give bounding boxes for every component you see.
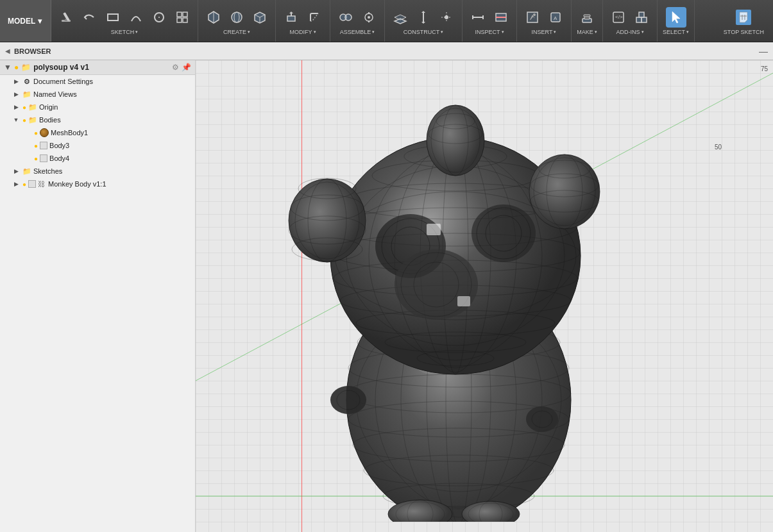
svg-point-22: [345, 14, 352, 21]
svg-point-130: [330, 386, 366, 414]
sketch-icon-circle[interactable]: [149, 7, 169, 28]
inspect-label[interactable]: INSPECT ▾: [475, 29, 504, 35]
named-views-label: Named Views: [33, 90, 77, 98]
browser-expand-icon[interactable]: ◀: [5, 47, 10, 54]
body4-box-icon: [40, 154, 47, 162]
addins-icon-plugins[interactable]: [631, 7, 652, 28]
tree-item-body4[interactable]: ● Body4: [0, 152, 195, 165]
modify-label[interactable]: MODIFY ▾: [290, 29, 316, 35]
tree-item-origin[interactable]: ▶ ● 📁 Origin: [0, 101, 195, 113]
construct-icon-plane[interactable]: [390, 7, 411, 28]
toolbar-group-addins: </> ADD-INS ▾: [603, 0, 658, 42]
model-3d-view[interactable]: [273, 73, 645, 522]
bodies-icon: 📁: [28, 115, 37, 124]
inspect-icon-section[interactable]: [491, 7, 511, 28]
model-arrow: ▾: [38, 17, 42, 26]
origin-label: Origin: [39, 103, 58, 111]
root-eye-icon[interactable]: ●: [14, 63, 19, 72]
monkey-body-label: Monkey Body v1:1: [48, 180, 106, 188]
root-collapse-toggle[interactable]: ▼: [4, 63, 12, 72]
create-icon-sphere[interactable]: [226, 7, 247, 28]
construct-icon-point[interactable]: [436, 7, 457, 28]
tree-item-bodies[interactable]: ▼ ● 📁 Bodies: [0, 113, 195, 126]
monkey-body-box-icon: [28, 180, 36, 188]
modify-icon-fillet[interactable]: [304, 7, 325, 28]
model-dropdown[interactable]: MODEL ▾: [0, 0, 51, 42]
doc-settings-toggle[interactable]: ▶: [12, 77, 21, 86]
origin-toggle[interactable]: ▶: [12, 103, 21, 112]
assemble-icon-joint[interactable]: [336, 7, 356, 28]
sketch-icon-pencil[interactable]: [56, 7, 77, 28]
make-icon-3d-print[interactable]: [577, 7, 597, 28]
assemble-label[interactable]: ASSEMBLE ▾: [340, 29, 375, 35]
browser-bar: ◀ BROWSER —: [0, 42, 773, 60]
sketch-icon-rect[interactable]: [103, 7, 123, 28]
toolbar-group-construct: CONSTRUCT ▾: [385, 0, 463, 42]
select-label[interactable]: SELECT ▾: [663, 29, 689, 35]
assemble-icon-motion[interactable]: [359, 7, 379, 28]
sketch-label[interactable]: SKETCH ▾: [111, 29, 139, 35]
tree-root-item[interactable]: ▼ ● 📁 polysoup v4 v1 ⚙ 📌: [0, 60, 195, 75]
body4-eye-icon[interactable]: ●: [34, 155, 38, 162]
body4-label: Body4: [49, 154, 69, 162]
sketch-icon-undo[interactable]: [80, 7, 100, 28]
addins-icon-scripts[interactable]: </>: [608, 7, 629, 28]
sketch-icon-arc[interactable]: [126, 7, 146, 28]
named-views-toggle[interactable]: ▶: [12, 90, 21, 99]
tree-item-named-views[interactable]: ▶ 📁 Named Views: [0, 88, 195, 101]
create-icon-extrude[interactable]: [203, 7, 224, 28]
tree-item-document-settings[interactable]: ▶ ⚙ Document Settings: [0, 75, 195, 88]
stop-sketch-label: STOP SKETCH: [724, 29, 764, 35]
make-label[interactable]: MAKE ▾: [577, 29, 597, 35]
sketches-toggle[interactable]: ▶: [12, 167, 21, 176]
svg-rect-3: [108, 14, 118, 21]
svg-rect-111: [457, 296, 470, 306]
svg-rect-8: [177, 18, 182, 22]
create-label[interactable]: CREATE ▾: [223, 29, 250, 35]
monkey-body-eye-icon[interactable]: ●: [22, 181, 26, 188]
bodies-toggle[interactable]: ▼: [12, 115, 21, 124]
stop-sketch-button[interactable]: STOP SKETCH: [715, 0, 773, 42]
monkey-body-toggle[interactable]: ▶: [12, 179, 21, 188]
toolbar-group-create: CREATE ▾: [198, 0, 276, 42]
main-area: ▼ ● 📁 polysoup v4 v1 ⚙ 📌 ▶ ⚙ Document Se…: [0, 60, 773, 532]
inspect-icon-measure[interactable]: [468, 7, 488, 28]
stop-sketch-icon: [733, 7, 754, 28]
tree-item-sketches[interactable]: ▶ 📁 Sketches: [0, 165, 195, 178]
body3-label: Body3: [49, 142, 69, 149]
addins-label[interactable]: ADD-INS ▾: [616, 29, 643, 35]
toolbar-group-make: MAKE ▾: [572, 0, 603, 42]
tree-item-monkey-body[interactable]: ▶ ● ⛓ Monkey Body v1:1: [0, 178, 195, 190]
svg-point-12: [232, 12, 242, 22]
svg-point-102: [471, 204, 536, 262]
meshbody1-eye-icon[interactable]: ●: [34, 129, 38, 137]
modify-icon-push-pull[interactable]: [281, 7, 302, 28]
viewport[interactable]: 75 50: [196, 60, 773, 532]
sketches-icon: 📁: [22, 167, 31, 176]
root-settings-icon[interactable]: ⚙: [172, 63, 179, 72]
select-icon-cursor[interactable]: [666, 7, 686, 28]
body3-eye-icon[interactable]: ●: [34, 142, 38, 149]
origin-eye-icon[interactable]: ●: [22, 104, 26, 111]
tree-item-meshbody1[interactable]: ● MeshBody1: [0, 126, 195, 139]
svg-rect-51: [636, 17, 641, 22]
browser-collapse-icon[interactable]: —: [759, 46, 768, 56]
construct-label[interactable]: CONSTRUCT ▾: [403, 29, 444, 35]
bodies-eye-icon[interactable]: ●: [22, 117, 26, 124]
origin-icon: 📁: [28, 103, 37, 112]
body3-toggle: [23, 141, 32, 150]
insert-icon-canvas[interactable]: [522, 7, 543, 28]
insert-icon-decal[interactable]: A: [545, 7, 566, 28]
monkey-body-link-icon: ⛓: [38, 180, 45, 188]
insert-label[interactable]: INSERT ▾: [532, 29, 557, 35]
svg-rect-9: [183, 18, 187, 22]
construct-icon-axis[interactable]: [413, 7, 434, 28]
svg-point-24: [368, 16, 370, 19]
tree-item-body3[interactable]: ● Body3: [0, 139, 195, 152]
svg-marker-53: [672, 12, 680, 23]
svg-marker-20: [289, 12, 293, 13]
toolbar-group-select: SELECT ▾: [658, 0, 695, 42]
create-icon-box[interactable]: [250, 7, 270, 28]
root-pin-icon[interactable]: 📌: [182, 63, 191, 72]
sketch-icon-grid[interactable]: [172, 7, 192, 28]
